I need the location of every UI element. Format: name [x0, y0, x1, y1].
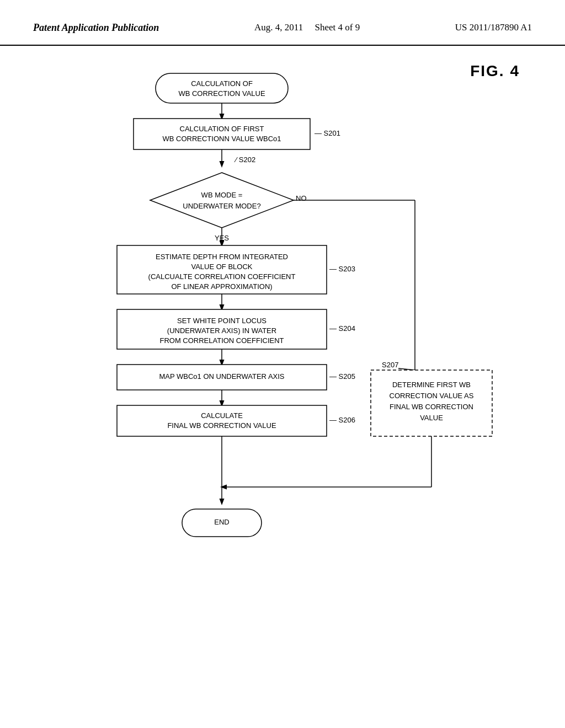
page: Patent Application Publication Aug. 4, 2…: [0, 0, 565, 728]
main-content: FIG. 4 CALCULATION OF WB CORRECTION VALU…: [0, 46, 565, 633]
sheet-info: Sheet 4 of 9: [315, 22, 360, 33]
header-date-sheet: Aug. 4, 2011 Sheet 4 of 9: [254, 22, 360, 33]
svg-text:END: END: [214, 518, 229, 526]
svg-text:S207: S207: [382, 361, 398, 369]
svg-text:(UNDERWATER AXIS) IN WATER: (UNDERWATER AXIS) IN WATER: [167, 326, 276, 335]
svg-text:(CALCUALTE CORRELATION COEFFIC: (CALCUALTE CORRELATION COEFFICIENT: [148, 272, 296, 281]
svg-text:CALCULATE: CALCULATE: [201, 411, 243, 420]
svg-rect-4: [134, 119, 310, 149]
svg-text:— S205: — S205: [329, 372, 355, 381]
publication-title: Patent Application Publication: [33, 22, 159, 34]
svg-text:WB CORRECTION VALUE: WB CORRECTION VALUE: [178, 89, 265, 98]
svg-text:FINAL WB CORRECTION: FINAL WB CORRECTION: [390, 403, 473, 411]
svg-text:VALUE OF BLOCK: VALUE OF BLOCK: [191, 263, 252, 271]
publication-date: Aug. 4, 2011: [254, 22, 303, 33]
svg-text:CORRECTION VALUE AS: CORRECTION VALUE AS: [390, 392, 474, 400]
svg-text:— S204: — S204: [329, 324, 355, 333]
svg-text:SET WHITE POINT LOCUS: SET WHITE POINT LOCUS: [177, 317, 266, 325]
publication-number: US 2011/187890 A1: [455, 22, 532, 33]
svg-marker-10: [150, 173, 294, 228]
svg-text:FINAL WB CORRECTION VALUE: FINAL WB CORRECTION VALUE: [167, 421, 276, 430]
flowchart-diagram: CALCULATION OF WB CORRECTION VALUE CALCU…: [45, 68, 520, 608]
svg-text:VALUE: VALUE: [420, 414, 443, 422]
svg-text:ESTIMATE DEPTH FROM INTEGRATED: ESTIMATE DEPTH FROM INTEGRATED: [156, 253, 288, 261]
svg-text:CALCULATION OF FIRST: CALCULATION OF FIRST: [180, 125, 264, 133]
svg-text:— S201: — S201: [315, 129, 340, 137]
svg-text:WB CORRECTIONN VALUE WBCo1: WB CORRECTIONN VALUE WBCo1: [162, 135, 281, 143]
svg-text:OF LINEAR APPROXIMATION): OF LINEAR APPROXIMATION): [171, 282, 272, 291]
svg-text:— S203: — S203: [329, 265, 355, 273]
svg-rect-35: [117, 405, 327, 436]
svg-text:WB MODE =: WB MODE =: [201, 191, 243, 199]
svg-text:UNDERWATER MODE?: UNDERWATER MODE?: [183, 202, 260, 210]
figure-title: FIG. 4: [470, 62, 520, 80]
svg-text:NO: NO: [296, 194, 307, 202]
header: Patent Application Publication Aug. 4, 2…: [0, 0, 565, 46]
svg-rect-0: [156, 73, 288, 103]
svg-text:MAP WBCo1 ON UNDERWATER AXIS: MAP WBCo1 ON UNDERWATER AXIS: [159, 372, 284, 381]
svg-text:— S206: — S206: [329, 416, 355, 424]
svg-text:CALCULATION OF: CALCULATION OF: [191, 79, 253, 88]
svg-text:DETERMINE FIRST WB: DETERMINE FIRST WB: [392, 381, 471, 389]
svg-text:FROM CORRELATION COEFFICIENT: FROM CORRELATION COEFFICIENT: [159, 336, 284, 345]
svg-text:∕ S202: ∕ S202: [234, 156, 255, 164]
